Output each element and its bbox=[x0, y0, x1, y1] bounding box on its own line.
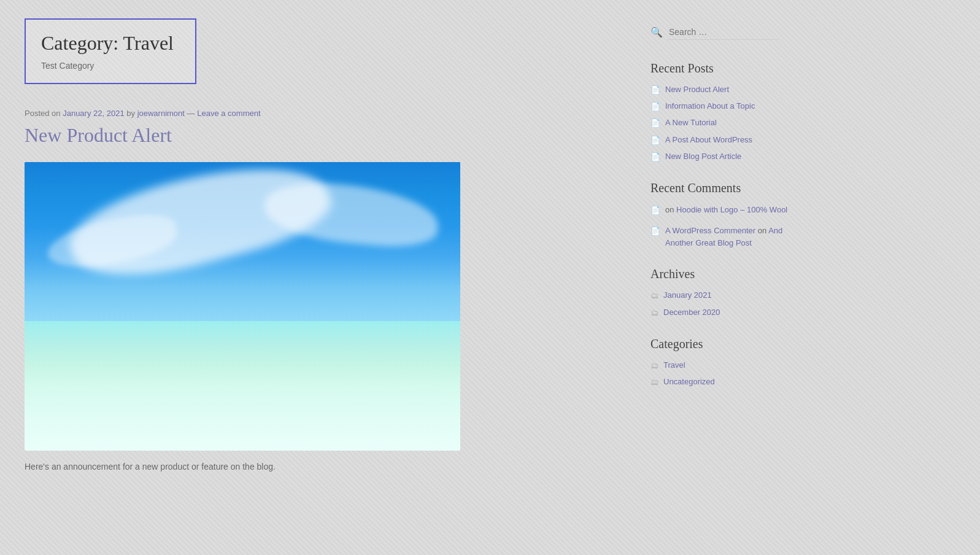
recent-post-link-3[interactable]: A New Tutorial bbox=[665, 117, 717, 128]
post-author-link[interactable]: joewarnimont bbox=[137, 109, 185, 118]
post-leave-comment-link[interactable]: Leave a comment bbox=[197, 109, 260, 118]
doc-icon: 📄 bbox=[650, 225, 660, 238]
doc-icon: 📄 bbox=[650, 152, 660, 163]
comment-on-2: on bbox=[758, 226, 766, 235]
categories-list: 🗂 Travel 🗂 Uncategorized bbox=[650, 360, 798, 388]
recent-post-link-5[interactable]: New Blog Post Article bbox=[665, 151, 741, 162]
post-separator: — bbox=[187, 109, 195, 118]
category-subtitle: Test Category bbox=[41, 61, 177, 71]
categories-section: Categories 🗂 Travel 🗂 Uncategorized bbox=[650, 337, 798, 388]
archive-icon: 🗂 bbox=[650, 308, 658, 319]
doc-icon: 📄 bbox=[650, 118, 660, 129]
search-section: 🔍 bbox=[650, 25, 798, 40]
cloud-decoration-2 bbox=[44, 209, 180, 274]
recent-post-link-1[interactable]: New Product Alert bbox=[665, 84, 729, 95]
main-content: Category: Travel Test Category Posted on… bbox=[25, 18, 614, 473]
categories-title: Categories bbox=[650, 337, 798, 351]
category-prefix: Category: bbox=[41, 32, 118, 54]
comment-post-link-1[interactable]: Hoodie with Logo – 100% Wool bbox=[676, 205, 787, 214]
comment-text-1: on Hoodie with Logo – 100% Wool bbox=[665, 204, 787, 216]
cloud-decoration-1 bbox=[262, 177, 441, 250]
search-input[interactable] bbox=[668, 25, 778, 40]
list-item: 📄 A Post About WordPress bbox=[650, 134, 798, 146]
category-icon: 🗂 bbox=[650, 377, 658, 388]
commenter-link-2[interactable]: A WordPress Commenter bbox=[665, 226, 755, 235]
recent-comments-section: Recent Comments 📄 on Hoodie with Logo – … bbox=[650, 181, 798, 249]
list-item: 🗂 December 2020 bbox=[650, 307, 798, 319]
recent-post-link-2[interactable]: Information About a Topic bbox=[665, 101, 755, 112]
list-item: 🗂 Travel bbox=[650, 360, 798, 371]
list-item: 📄 New Blog Post Article bbox=[650, 151, 798, 163]
doc-icon: 📄 bbox=[650, 101, 660, 112]
list-item: 📄 New Product Alert bbox=[650, 84, 798, 96]
list-item: 🗂 Uncategorized bbox=[650, 376, 798, 388]
search-icon: 🔍 bbox=[650, 26, 663, 38]
recent-posts-list: 📄 New Product Alert 📄 Information About … bbox=[650, 84, 798, 163]
category-icon: 🗂 bbox=[650, 360, 658, 371]
post-image bbox=[25, 162, 460, 451]
recent-posts-title: Recent Posts bbox=[650, 61, 798, 76]
doc-icon: 📄 bbox=[650, 85, 660, 96]
list-item: 🗂 January 2021 bbox=[650, 290, 798, 301]
post-title: New Product Alert bbox=[25, 124, 614, 147]
ocean-image-graphic bbox=[25, 162, 460, 451]
recent-posts-section: Recent Posts 📄 New Product Alert 📄 Infor… bbox=[650, 61, 798, 163]
category-title: Category: Travel bbox=[41, 32, 177, 55]
archives-list: 🗂 January 2021 🗂 December 2020 bbox=[650, 290, 798, 318]
page-wrapper: Category: Travel Test Category Posted on… bbox=[0, 0, 980, 492]
archives-title: Archives bbox=[650, 267, 798, 281]
doc-icon: 📄 bbox=[650, 204, 660, 217]
recent-post-link-4[interactable]: A Post About WordPress bbox=[665, 134, 752, 146]
archive-link-1[interactable]: January 2021 bbox=[663, 290, 712, 301]
category-link-1[interactable]: Travel bbox=[663, 360, 685, 371]
archives-section: Archives 🗂 January 2021 🗂 December 2020 bbox=[650, 267, 798, 318]
post-excerpt: Here's an announcement for a new product… bbox=[25, 460, 614, 473]
doc-icon: 📄 bbox=[650, 135, 660, 146]
blog-post: Posted on January 22, 2021 by joewarnimo… bbox=[25, 109, 614, 473]
sidebar: 🔍 Recent Posts 📄 New Product Alert 📄 Inf… bbox=[650, 18, 798, 473]
post-meta-prefix: Posted on bbox=[25, 109, 61, 118]
category-header: Category: Travel Test Category bbox=[25, 18, 196, 84]
category-name: Travel bbox=[123, 32, 174, 54]
archive-icon: 🗂 bbox=[650, 290, 658, 301]
comment-entry-2: 📄 A WordPress Commenter on And Another G… bbox=[650, 225, 798, 249]
comment-text-2: A WordPress Commenter on And Another Gre… bbox=[665, 225, 798, 249]
post-by: by bbox=[126, 109, 135, 118]
comment-on-1: on bbox=[665, 205, 674, 214]
recent-comments-title: Recent Comments bbox=[650, 181, 798, 195]
comment-entry-1: 📄 on Hoodie with Logo – 100% Wool bbox=[650, 204, 798, 217]
list-item: 📄 Information About a Topic bbox=[650, 101, 798, 112]
category-link-2[interactable]: Uncategorized bbox=[663, 376, 715, 387]
archive-link-2[interactable]: December 2020 bbox=[663, 307, 720, 318]
list-item: 📄 A New Tutorial bbox=[650, 117, 798, 129]
post-meta: Posted on January 22, 2021 by joewarnimo… bbox=[25, 109, 614, 118]
post-date-link[interactable]: January 22, 2021 bbox=[63, 109, 124, 118]
